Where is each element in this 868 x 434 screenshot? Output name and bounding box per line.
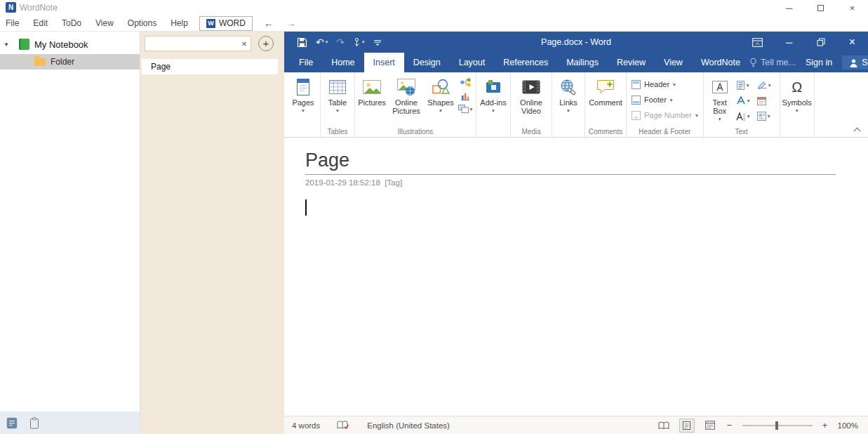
app-maximize-button[interactable] (805, 0, 836, 15)
drop-cap-button[interactable]: ▾ (736, 112, 757, 121)
word-mode-tab[interactable]: W WORD (199, 16, 253, 31)
date-time-button[interactable] (757, 96, 778, 105)
nav-forward-button[interactable]: → (286, 18, 296, 29)
folder-label: Folder (51, 57, 74, 67)
pages-button[interactable]: Pages ▾ (288, 74, 319, 114)
links-button-label: Links (559, 98, 577, 107)
zoom-out-button[interactable]: − (726, 420, 733, 430)
ribbon-group-symbols: Ω Symbols ▾ (780, 72, 815, 137)
ribbon-display-options-button[interactable] (742, 32, 773, 53)
customize-qat-button[interactable] (373, 39, 382, 46)
ribbon-group-addins: Add-ins ▾ (476, 72, 511, 137)
footer-button[interactable]: Footer ▾ (628, 93, 702, 107)
app-close-button[interactable]: × (836, 0, 868, 15)
links-button[interactable]: Links ▾ (554, 74, 583, 114)
language-status[interactable]: English (United States) (367, 421, 450, 430)
proofing-status-button[interactable] (337, 421, 349, 430)
dropdown-icon: ▾ (719, 117, 721, 122)
document-heading[interactable]: Page (305, 150, 836, 171)
tell-me-box[interactable]: Tell me... (749, 58, 796, 67)
redo-button[interactable]: ↷ (336, 37, 345, 47)
tab-references[interactable]: References (494, 53, 557, 72)
tab-layout[interactable]: Layout (450, 53, 495, 72)
app-minimize-button[interactable]: ─ (773, 0, 805, 15)
tab-design[interactable]: Design (404, 53, 450, 72)
undo-icon: ↶ (316, 37, 324, 47)
signature-line-button[interactable]: ▾ (757, 81, 778, 89)
quick-parts-button[interactable]: ▾ (736, 81, 757, 90)
online-video-button[interactable]: Online Video (512, 74, 550, 115)
nav-back-button[interactable]: ← (264, 18, 274, 29)
comment-button[interactable]: Comment (587, 74, 625, 107)
undo-button[interactable]: ↶▾ (316, 37, 328, 47)
page-number-button[interactable]: Page Number ▾ (628, 108, 702, 122)
document-meta[interactable]: 2019-01-29 18:52:18 [Tag] (305, 178, 868, 187)
menu-options[interactable]: Options (121, 15, 163, 31)
chart-button[interactable] (460, 91, 470, 100)
shapes-button-label: Shapes (427, 98, 453, 107)
sign-in-button[interactable]: Sign in (806, 58, 832, 67)
save-button[interactable] (297, 37, 307, 48)
text-box-button[interactable]: Text Box ▾ (705, 74, 735, 122)
statusbar-right: − + 100% (657, 419, 868, 432)
dropdown-icon: ▾ (747, 82, 749, 88)
header-button[interactable]: Header ▾ (628, 77, 702, 91)
notes-view-button[interactable] (6, 417, 18, 429)
document-canvas[interactable]: Page 2019-01-29 18:52:18 [Tag] (284, 138, 868, 416)
wordnote-logo-icon: N (6, 2, 16, 13)
menu-file[interactable]: File (0, 15, 26, 31)
online-pictures-button[interactable]: Online Pictures (387, 74, 425, 115)
menu-help[interactable]: Help (163, 15, 195, 31)
table-button[interactable]: Table ▾ (322, 74, 353, 114)
page-list-item[interactable]: Page (142, 59, 278, 74)
tab-file[interactable]: File (290, 53, 322, 72)
web-layout-button[interactable] (703, 419, 717, 432)
share-button[interactable]: Share (842, 55, 868, 70)
pages-button-label: Pages (292, 98, 314, 107)
tab-home[interactable]: Home (322, 53, 363, 72)
tab-insert[interactable]: Insert (364, 53, 404, 72)
wordart-button[interactable]: ▾ (736, 96, 757, 105)
menu-view[interactable]: View (88, 15, 121, 31)
smartart-button[interactable] (460, 78, 471, 87)
tab-review[interactable]: Review (608, 53, 655, 72)
word-close-button[interactable]: × (836, 32, 868, 53)
text-cursor (305, 199, 307, 216)
tab-wordnote[interactable]: WordNote (692, 53, 749, 72)
screenshot-button[interactable]: ▾ (458, 105, 473, 113)
read-mode-button[interactable] (657, 419, 671, 432)
menu-todo[interactable]: ToDo (55, 15, 88, 31)
notebook-tree-item[interactable]: ▾ My Notebook (0, 36, 140, 53)
symbols-button[interactable]: Ω Symbols ▾ (782, 74, 813, 114)
word-count[interactable]: 4 words (292, 421, 320, 430)
word-minimize-button[interactable]: ─ (773, 32, 805, 53)
zoom-slider-thumb[interactable] (775, 421, 778, 430)
folder-tree-item[interactable]: Folder (0, 54, 140, 70)
screenshot-icon (458, 105, 469, 113)
touch-mode-button[interactable]: ▾ (353, 37, 365, 47)
object-button[interactable]: ▾ (757, 112, 778, 121)
pictures-button[interactable]: Pictures (356, 74, 387, 107)
insert-ribbon: Pages ▾ Table ▾ Tables Pictures (284, 72, 868, 138)
add-page-button[interactable]: + (258, 36, 274, 51)
ribbon-group-tables: Table ▾ Tables (321, 72, 355, 137)
search-input[interactable] (145, 37, 238, 50)
tab-mailings[interactable]: Mailings (557, 53, 608, 72)
addins-icon (486, 76, 501, 98)
word-restore-button[interactable] (805, 32, 836, 53)
clipboard-button[interactable] (29, 417, 39, 429)
addins-button[interactable]: Add-ins ▾ (478, 74, 509, 114)
ribbon-group-illustrations: Pictures Online Pictures Shapes ▾ ▾ Illu… (355, 72, 476, 137)
zoom-percentage[interactable]: 100% (838, 421, 858, 430)
print-layout-button[interactable] (680, 419, 694, 432)
tab-view[interactable]: View (655, 53, 692, 72)
clear-search-icon[interactable]: × (238, 39, 251, 49)
menu-edit[interactable]: Edit (26, 15, 55, 31)
zoom-in-button[interactable]: + (822, 420, 829, 430)
word-logo-icon: W (206, 19, 215, 28)
expand-caret-icon[interactable]: ▾ (0, 41, 13, 48)
shapes-button[interactable]: Shapes ▾ (425, 74, 456, 114)
collapse-ribbon-button[interactable] (855, 129, 860, 133)
restore-icon (817, 38, 825, 46)
zoom-slider[interactable] (742, 425, 813, 426)
